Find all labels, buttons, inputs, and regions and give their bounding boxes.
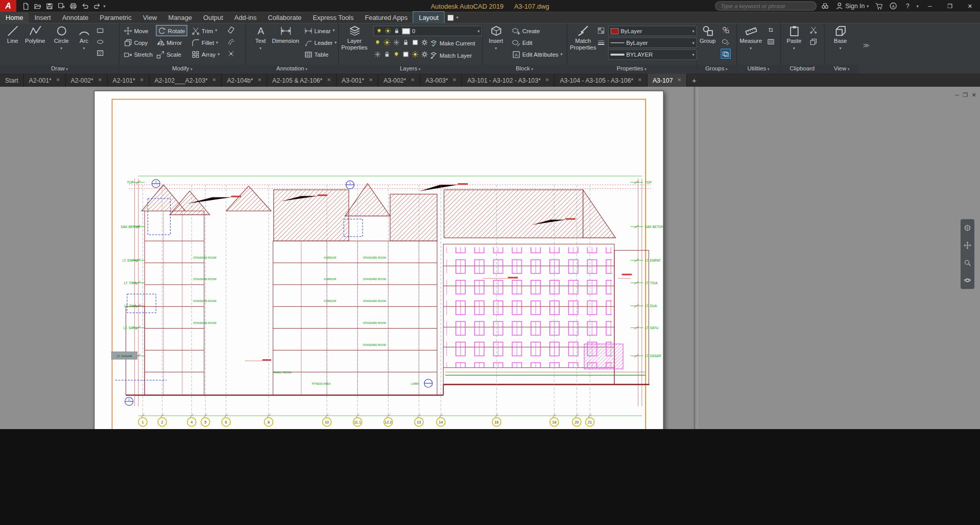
edit-block-button[interactable]: Edit [512, 37, 532, 47]
line-button[interactable]: Line [0, 25, 25, 45]
ribbon-tab-view[interactable]: View [137, 12, 163, 23]
leader-button[interactable]: Leader▾ [304, 37, 337, 47]
doc-tab-a3-101-a3-102-a3-103-[interactable]: A3-101 - A3-102 - A3-103*✕ [462, 73, 555, 87]
match-properties-button[interactable]: Match Properties [568, 25, 598, 51]
doc-tab-start[interactable]: Start [0, 73, 24, 87]
doc-tab-a3-104-a3-105-a3-106-[interactable]: A3-104 - A3-105 - A3-106*✕ [555, 73, 648, 87]
undo-button[interactable] [80, 1, 90, 11]
stretch-button[interactable]: Stretch [124, 49, 153, 60]
zoom-icon[interactable] [963, 259, 972, 267]
fillet-button[interactable]: Fillet▾ [192, 37, 218, 47]
ribbon-display-toggle[interactable]: ▾ [448, 12, 458, 23]
base-view-button[interactable]: Base▾ [829, 25, 851, 49]
array-button[interactable]: Array▾ [192, 49, 220, 60]
linear-button[interactable]: Linear▾ [304, 26, 335, 36]
doc-tab-a2-104b-[interactable]: A2-104b*✕ [222, 73, 268, 87]
dimension-button[interactable]: Dimension [271, 25, 301, 45]
doc-tab-a3-003-[interactable]: A3-003*✕ [420, 73, 462, 87]
doc-tab-close-icon[interactable]: ✕ [98, 78, 102, 83]
ribbon-tab-parametric[interactable]: Parametric [94, 12, 137, 23]
ribbon-tab-layout[interactable]: Layout [413, 12, 444, 23]
doc-tab-close-icon[interactable]: ✕ [369, 78, 373, 83]
panel-label-utilities[interactable]: Utilities▾ [736, 65, 780, 73]
doc-tab-close-icon[interactable]: ✕ [139, 78, 144, 83]
ribbon-overflow[interactable]: ≫ [863, 42, 870, 48]
new-drawing-tab-button[interactable]: + [687, 73, 701, 87]
ribbon-tab-manage[interactable]: Manage [162, 12, 198, 23]
search-icon[interactable] [819, 2, 831, 10]
panel-label-modify[interactable]: Modify▾ [119, 65, 246, 73]
group-selection-toggle[interactable] [722, 49, 730, 58]
orbit-icon[interactable] [963, 276, 972, 285]
cut-button[interactable] [809, 26, 818, 34]
doc-tab-a2-105-a2-106-[interactable]: A2-105 & A2-106*✕ [267, 73, 337, 87]
group-button[interactable]: Group [697, 25, 719, 45]
doc-tab-a2-101-[interactable]: A2-101*✕ [108, 73, 150, 87]
app-store-icon[interactable] [873, 2, 885, 10]
layer-lock-tool-icon[interactable] [401, 38, 410, 47]
layer-dropdown-caret[interactable]: ▾ [477, 29, 480, 34]
rectangle-tool-icon[interactable] [96, 26, 105, 35]
offset-button[interactable] [227, 37, 235, 46]
doc-tab-close-icon[interactable]: ✕ [212, 78, 216, 83]
new-file-button[interactable] [20, 1, 31, 11]
layer-isolate-icon[interactable] [411, 38, 419, 47]
help-icon[interactable]: ? [902, 2, 914, 10]
layer-delete-icon[interactable] [411, 50, 419, 59]
ribbon-tab-add-ins[interactable]: Add-ins [229, 12, 262, 23]
mirror-button[interactable]: Mirror [157, 37, 182, 47]
ribbon-tab-home[interactable]: Home [0, 12, 29, 23]
text-button[interactable]: A Text▾ [248, 25, 273, 49]
doc-restore-button[interactable]: ❐ [963, 92, 968, 98]
polyline-button[interactable]: Polyline [22, 25, 47, 45]
layer-unlock-icon[interactable] [383, 50, 391, 59]
object-color-dropdown[interactable]: ByLayer ▾ [608, 26, 697, 36]
panel-label-groups[interactable]: Groups▾ [697, 65, 736, 73]
search-box[interactable] [715, 1, 817, 10]
help-caret[interactable]: ▾ [917, 4, 919, 9]
measure-button[interactable]: Measure▾ [737, 25, 764, 49]
linetype-dropdown[interactable]: ByLayer ▾ [608, 37, 697, 48]
save-button[interactable] [44, 1, 55, 11]
paste-button[interactable]: Paste▾ [783, 25, 805, 49]
ribbon-tab-annotate[interactable]: Annotate [57, 12, 94, 23]
rotate-button[interactable]: Rotate [157, 26, 186, 36]
pan-icon[interactable] [963, 241, 972, 249]
hatch-tool-icon[interactable] [96, 48, 105, 57]
panel-label-layers[interactable]: Layers▾ [338, 65, 482, 73]
search-input[interactable] [720, 2, 812, 10]
create-block-button[interactable]: Create [512, 26, 540, 36]
panel-label-clipboard[interactable]: Clipboard [780, 65, 824, 73]
ribbon-tab-output[interactable]: Output [198, 12, 229, 23]
doc-tab-a2-001-[interactable]: A2-001*✕ [24, 73, 66, 87]
quick-calc-button[interactable] [767, 37, 775, 46]
doc-minimize-button[interactable]: ─ [955, 92, 959, 98]
doc-tab-close-icon[interactable]: ✕ [56, 78, 60, 83]
scale-button[interactable]: Scale [157, 49, 181, 60]
save-as-button[interactable] [56, 1, 66, 11]
panel-label-block[interactable]: Block▾ [482, 65, 567, 73]
drawing-canvas[interactable]: 1 1 1 TOPDAK BETONLT. EMPATLT. TIGALT. D… [0, 87, 980, 429]
arc-button[interactable]: Arc ▾ [71, 25, 97, 49]
doc-tab-a3-107[interactable]: A3-107✕ [648, 73, 687, 87]
doc-tab-close-icon[interactable]: ✕ [638, 78, 642, 83]
open-file-button[interactable] [32, 1, 43, 11]
doc-tab-close-icon[interactable]: ✕ [411, 78, 415, 83]
ribbon-tab-express-tools[interactable]: Express Tools [307, 12, 359, 23]
copy-clip-button[interactable] [809, 37, 818, 46]
doc-tab-close-icon[interactable]: ✕ [257, 78, 261, 83]
move-button[interactable]: Move [124, 26, 149, 36]
ellipse-tool-icon[interactable] [96, 37, 105, 46]
doc-tab-close-icon[interactable]: ✕ [677, 78, 681, 83]
maximize-button[interactable]: ❐ [941, 0, 959, 12]
layer-walk-icon[interactable] [392, 50, 401, 59]
insert-button[interactable]: Insert▾ [485, 25, 507, 49]
panel-label-view[interactable]: View▾ [824, 65, 859, 73]
redo-button[interactable] [91, 1, 102, 11]
ribbon-tab-insert[interactable]: Insert [29, 12, 56, 23]
qat-customize-caret[interactable]: ▾ [103, 4, 105, 9]
edit-attributes-button[interactable]: AEdit Attributes▾ [512, 49, 563, 60]
doc-tab-close-icon[interactable]: ✕ [545, 78, 549, 83]
lineweight-dropdown[interactable]: BYLAYER ▾ [608, 49, 697, 60]
doc-tab-a2-102-a2-103-[interactable]: A2-102___A2-103*✕ [150, 73, 222, 87]
